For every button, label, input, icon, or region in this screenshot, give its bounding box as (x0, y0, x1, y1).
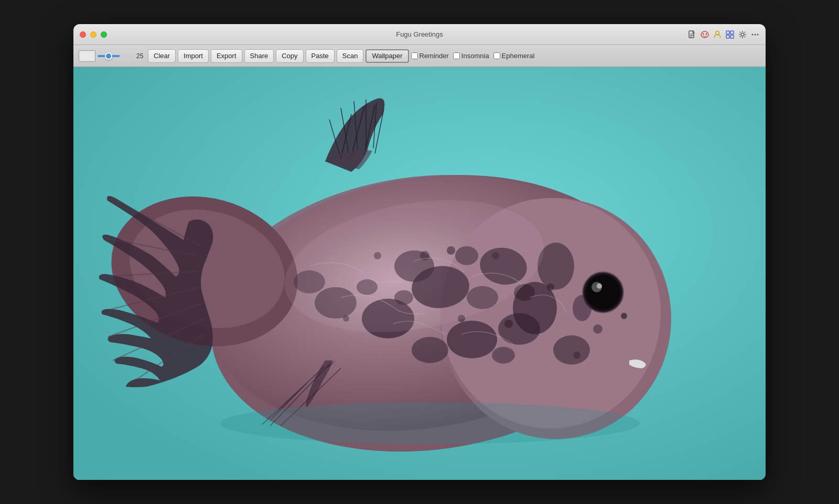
window-title: Fugu Greetings (396, 30, 443, 38)
document-icon[interactable] (688, 30, 696, 39)
svg-point-5 (703, 33, 704, 35)
close-button[interactable] (80, 31, 86, 38)
svg-point-62 (597, 283, 602, 289)
svg-point-36 (498, 313, 540, 345)
color-swatch[interactable] (79, 50, 95, 62)
svg-point-57 (593, 324, 603, 334)
svg-point-14 (755, 34, 756, 35)
svg-rect-10 (726, 35, 729, 38)
drawing-canvas[interactable] (73, 67, 766, 480)
slider-container: 25 (98, 52, 146, 60)
share-button[interactable]: Share (244, 49, 274, 63)
user-icon[interactable] (713, 30, 722, 39)
svg-point-15 (757, 34, 759, 35)
svg-point-60 (586, 275, 620, 310)
gear-icon[interactable] (738, 30, 747, 39)
svg-point-48 (492, 347, 515, 364)
scan-button[interactable]: Scan (337, 49, 364, 63)
svg-point-64 (621, 313, 627, 319)
traffic-lights (80, 31, 107, 38)
export-button[interactable]: Export (211, 49, 242, 63)
insomnia-checkbox[interactable] (453, 52, 460, 59)
more-icon[interactable] (751, 30, 759, 39)
svg-point-41 (412, 337, 448, 363)
maximize-button[interactable] (101, 31, 107, 38)
reminder-checkbox-label[interactable]: Reminder (411, 52, 449, 60)
puzzle-icon[interactable] (726, 30, 734, 39)
mask-icon[interactable] (701, 30, 709, 39)
minimize-button[interactable] (90, 31, 96, 38)
copy-button[interactable]: Copy (276, 49, 303, 63)
main-canvas-area[interactable] (73, 67, 766, 480)
wallpaper-button[interactable]: Wallpaper (365, 49, 408, 63)
titlebar: Fugu Greetings (73, 24, 766, 45)
toolbar: 25 Clear Import Export Share Copy Paste … (73, 45, 766, 67)
svg-point-12 (741, 33, 744, 36)
svg-point-53 (504, 320, 513, 328)
import-button[interactable]: Import (178, 49, 209, 63)
fish-svg (73, 67, 766, 480)
svg-rect-11 (730, 35, 734, 38)
svg-point-73 (220, 402, 640, 444)
svg-point-33 (447, 321, 497, 358)
svg-point-54 (547, 283, 554, 291)
svg-point-40 (553, 335, 590, 365)
brush-size-slider[interactable] (98, 55, 134, 57)
ephemeral-checkbox[interactable] (493, 52, 500, 59)
paste-button[interactable]: Paste (306, 49, 335, 63)
reminder-checkbox[interactable] (411, 52, 418, 59)
svg-point-58 (573, 352, 580, 359)
slider-value: 25 (136, 52, 146, 60)
svg-rect-8 (726, 31, 729, 34)
svg-point-13 (752, 34, 754, 35)
svg-point-6 (706, 33, 707, 35)
svg-rect-9 (730, 31, 734, 34)
app-window: Fugu Greetings (73, 24, 766, 480)
insomnia-checkbox-label[interactable]: Insomnia (453, 52, 489, 60)
ephemeral-checkbox-label[interactable]: Ephemeral (493, 52, 535, 60)
titlebar-controls (688, 30, 759, 39)
clear-button[interactable]: Clear (148, 49, 176, 63)
